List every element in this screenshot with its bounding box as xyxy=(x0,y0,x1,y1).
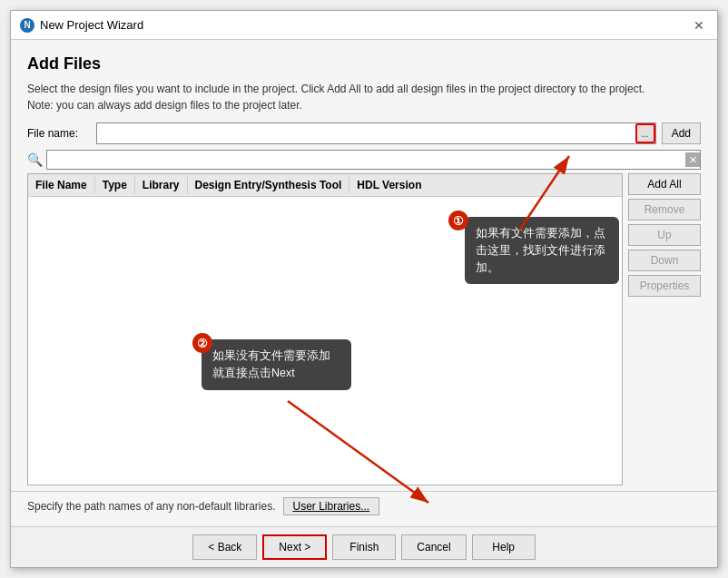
search-input[interactable] xyxy=(47,152,685,168)
desc-line1: Select the design files you want to incl… xyxy=(27,83,644,95)
file-name-row: File name: ... Add xyxy=(27,122,701,144)
desc-line2: Note: you can always add design files to… xyxy=(27,99,302,112)
help-button[interactable]: Help xyxy=(472,534,536,560)
title-bar-left: N New Project Wizard xyxy=(20,18,143,33)
col-type: Type xyxy=(95,177,135,193)
col-library: Library xyxy=(135,177,188,193)
file-table: File Name Type Library Design Entry/Synt… xyxy=(27,173,623,485)
clear-search-button[interactable]: ✕ xyxy=(685,152,700,167)
down-button[interactable]: Down xyxy=(628,250,701,271)
add-button[interactable]: Add xyxy=(662,122,701,144)
search-row: 🔍 ✕ xyxy=(27,150,701,170)
back-button[interactable]: < Back xyxy=(192,534,257,560)
dialog-body: Add Files Select the design files you wa… xyxy=(11,40,717,526)
finish-button[interactable]: Finish xyxy=(332,534,396,560)
table-header: File Name Type Library Design Entry/Synt… xyxy=(28,174,622,197)
user-libraries-text: Specify the path names of any non-defaul… xyxy=(27,500,276,513)
title-bar: N New Project Wizard ✕ xyxy=(11,11,717,40)
bottom-section: Specify the path names of any non-defaul… xyxy=(11,491,717,519)
description: Select the design files you want to incl… xyxy=(27,81,701,113)
col-design-entry: Design Entry/Synthesis Tool xyxy=(188,177,350,193)
properties-button[interactable]: Properties xyxy=(628,275,701,297)
file-name-label: File name: xyxy=(27,127,91,140)
file-name-input-container: ... xyxy=(96,122,656,144)
file-name-input[interactable] xyxy=(97,123,635,143)
remove-button[interactable]: Remove xyxy=(628,199,701,220)
up-button[interactable]: Up xyxy=(628,224,701,246)
browse-button[interactable]: ... xyxy=(635,123,655,143)
col-filename: File Name xyxy=(28,177,95,193)
search-icon: 🔍 xyxy=(27,152,43,167)
wizard-icon: N xyxy=(20,18,34,33)
dialog-title: New Project Wizard xyxy=(40,18,143,32)
close-button[interactable]: ✕ xyxy=(690,16,708,34)
section-title: Add Files xyxy=(27,54,701,73)
main-content: File Name Type Library Design Entry/Synt… xyxy=(27,173,701,485)
new-project-wizard-dialog: N New Project Wizard ✕ Add Files Select … xyxy=(10,10,718,568)
search-input-container: ✕ xyxy=(46,150,701,170)
add-all-button[interactable]: Add All xyxy=(628,173,701,195)
cancel-button[interactable]: Cancel xyxy=(401,534,466,560)
next-button[interactable]: Next > xyxy=(262,534,327,560)
table-body xyxy=(28,197,622,485)
col-hdl-version: HDL Version xyxy=(349,177,428,193)
user-libraries-button[interactable]: User Libraries... xyxy=(283,497,380,515)
dialog-footer: < Back Next > Finish Cancel Help xyxy=(11,526,717,567)
side-buttons: Add All Remove Up Down Properties xyxy=(628,173,701,485)
